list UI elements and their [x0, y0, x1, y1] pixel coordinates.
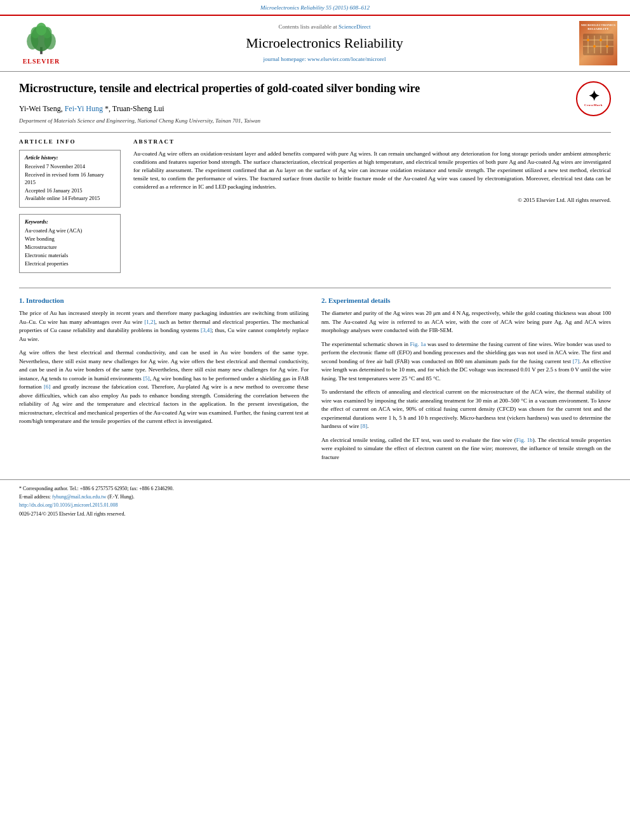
- svg-point-16: [600, 39, 602, 41]
- ref-8[interactable]: [8]: [361, 423, 368, 429]
- crossmark-label: CrossMark: [584, 103, 603, 108]
- crossmark-badge[interactable]: ✦ CrossMark: [576, 81, 611, 116]
- svg-point-6: [36, 22, 47, 35]
- contents-line: Contents lists available at ScienceDirec…: [76, 23, 573, 31]
- header-divider: [19, 132, 611, 133]
- revised-line: Received in revised form 16 January 2015: [25, 171, 115, 187]
- doi-line[interactable]: http://dx.doi.org/10.1016/j.microrel.201…: [19, 502, 611, 509]
- author-name: Truan-Sheng Lui: [112, 104, 164, 113]
- authors-line: Yi-Wei Tseng, Fei-Yi Hung *, Truan-Sheng…: [19, 103, 611, 114]
- exp-para-2: The experimental schematic shown in Fig.…: [321, 340, 611, 383]
- history-label: Article history:: [25, 154, 115, 162]
- body-two-col: 1. Introduction The price of Au has incr…: [19, 296, 611, 467]
- rights-line: 0026-2714/© 2015 Elsevier Ltd. All right…: [19, 510, 611, 517]
- article-info-abstract-row: ARTICLE INFO Article history: Received 7…: [19, 138, 611, 272]
- author-name: Yi-Wei Tseng,: [19, 104, 65, 113]
- page: Microelectronics Reliability 55 (2015) 6…: [0, 0, 630, 840]
- article-title: Microstructure, tensile and electrical p…: [19, 81, 611, 96]
- ref-1-2[interactable]: [1,2]: [144, 319, 155, 325]
- author-asterisk: *,: [105, 104, 112, 113]
- body-divider: [19, 288, 611, 288]
- ref-5[interactable]: [5]: [143, 375, 150, 382]
- intro-para-2: Ag wire offers the best electrical and t…: [19, 349, 309, 426]
- received-line: Received 7 November 2014: [25, 163, 115, 171]
- abstract-text: Au-coated Ag wire offers an oxidation-re…: [133, 150, 611, 191]
- svg-point-17: [606, 45, 608, 48]
- exp-para-4: An electrical tensile testing, called th…: [321, 436, 611, 462]
- experimental-col: 2. Experimental details The diameter and…: [321, 296, 611, 467]
- affiliation: Department of Materials Science and Engi…: [19, 117, 611, 125]
- svg-rect-7: [583, 34, 613, 55]
- corresponding-author-note: * Corresponding author. Tel.: +886 6 275…: [19, 485, 611, 492]
- copyright-line: © 2015 Elsevier Ltd. All rights reserved…: [133, 196, 611, 204]
- exp-para-1: The diameter and purity of the Ag wires …: [321, 309, 611, 335]
- journal-ref-text: Microelectronics Reliability 55 (2015) 6…: [260, 4, 370, 11]
- keyword-4: Electronic materials: [25, 252, 115, 260]
- ref-3-4[interactable]: [3,4]: [201, 327, 211, 333]
- journal-header: ELSEVIER Contents lists available at Sci…: [0, 15, 630, 72]
- crossmark-icon: ✦: [588, 90, 600, 103]
- elsevier-logo: ELSEVIER: [13, 21, 70, 66]
- accepted-line: Accepted 16 January 2015: [25, 187, 115, 195]
- svg-point-15: [593, 45, 596, 48]
- ref-6[interactable]: [6]: [44, 383, 51, 390]
- keyword-2: Wire bonding: [25, 236, 115, 243]
- journal-title-area: Contents lists available at ScienceDirec…: [76, 23, 573, 63]
- journal-main-title: Microelectronics Reliability: [76, 34, 573, 53]
- ref-fig1a[interactable]: Fig. 1a: [410, 341, 426, 347]
- article-info-heading: ARTICLE INFO: [19, 138, 121, 146]
- svg-point-14: [587, 39, 589, 41]
- email-note: E-mail address: fyhung@mail.ncku.edu.tw …: [19, 493, 611, 500]
- cover-title: MICROELECTRONICSRELIABILITY: [581, 23, 615, 31]
- footnote-area: * Corresponding author. Tel.: +886 6 275…: [0, 479, 630, 523]
- ref-7[interactable]: [7]: [573, 358, 580, 364]
- keyword-5: Electrical properties: [25, 260, 115, 268]
- cover-decoration: [582, 32, 615, 57]
- intro-para-1: The price of Au has increased steeply in…: [19, 309, 309, 343]
- author-name-link[interactable]: Fei-Yi Hung: [65, 104, 103, 113]
- keywords-box: Keywords: Au-coated Ag wire (ACA) Wire b…: [19, 214, 121, 272]
- introduction-col: 1. Introduction The price of Au has incr…: [19, 296, 309, 467]
- keyword-3: Microstructure: [25, 244, 115, 251]
- article-area: Microstructure, tensile and electrical p…: [0, 72, 630, 283]
- elsevier-tree-icon: [19, 21, 64, 56]
- elsevier-wordmark: ELSEVIER: [23, 57, 60, 66]
- abstract-heading: ABSTRACT: [133, 138, 611, 146]
- article-info-col: ARTICLE INFO Article history: Received 7…: [19, 138, 121, 272]
- journal-cover-image: MICROELECTRONICSRELIABILITY: [579, 21, 617, 65]
- keyword-1: Au-coated Ag wire (ACA): [25, 227, 115, 235]
- article-info-box: Article history: Received 7 November 201…: [19, 150, 121, 208]
- experimental-section-title: 2. Experimental details: [321, 296, 611, 305]
- body-area: 1. Introduction The price of Au has incr…: [0, 288, 630, 479]
- email-link[interactable]: fyhung@mail.ncku.edu.tw: [52, 494, 106, 500]
- journal-homepage: journal homepage: www.elsevier.com/locat…: [76, 55, 573, 63]
- keywords-label: Keywords:: [25, 218, 115, 226]
- abstract-col: ABSTRACT Au-coated Ag wire offers an oxi…: [133, 138, 611, 272]
- exp-para-3: To understand the effects of annealing a…: [321, 388, 611, 431]
- available-line: Available online 14 February 2015: [25, 195, 115, 203]
- ref-fig1b[interactable]: Fig. 1b: [516, 437, 533, 443]
- top-journal-ref: Microelectronics Reliability 55 (2015) 6…: [0, 0, 630, 15]
- intro-section-title: 1. Introduction: [19, 296, 309, 305]
